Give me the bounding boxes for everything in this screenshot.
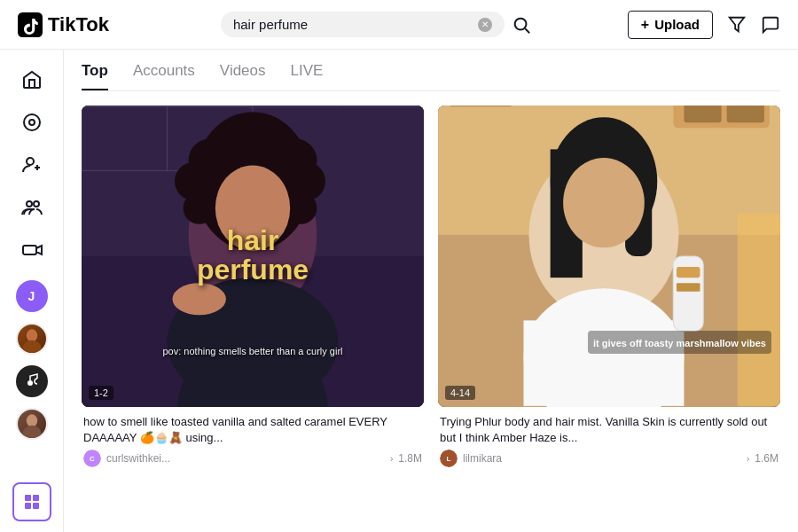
author-avatar-circle-2: L — [440, 450, 458, 467]
svg-rect-17 — [25, 495, 31, 501]
svg-point-16 — [22, 426, 41, 440]
svg-rect-50 — [727, 106, 764, 122]
upload-label: Upload — [654, 17, 700, 32]
friends-icon — [21, 197, 43, 218]
video-title-2: Trying Phlur body and hair mist. Vanilla… — [440, 414, 778, 446]
thumb1-text-hair: hair — [197, 226, 309, 254]
video-thumb-1: hair perfume pov: nothing smells better … — [82, 106, 424, 407]
svg-point-13 — [26, 329, 36, 341]
svg-point-33 — [184, 192, 215, 224]
follow-icon — [21, 154, 43, 176]
svg-line-2 — [525, 28, 529, 33]
live-icon — [21, 239, 43, 261]
filter-button[interactable] — [727, 15, 747, 35]
svg-point-6 — [27, 158, 34, 165]
svg-marker-12 — [36, 246, 42, 254]
thumb1-sub-text: pov: nothing smells better than a curly … — [98, 342, 406, 358]
sidebar-item-music[interactable] — [12, 362, 51, 401]
video-title-1: how to smell like toasted vanilla and sa… — [83, 414, 422, 446]
sidebar-item-user-2[interactable] — [12, 404, 51, 443]
svg-point-10 — [34, 201, 39, 207]
sidebar-item-explore[interactable] — [12, 103, 51, 142]
inbox-icon — [761, 15, 780, 35]
svg-rect-62 — [677, 283, 700, 292]
tab-bar: Top Accounts Videos LIVE — [82, 50, 780, 91]
tab-videos[interactable]: Videos — [220, 62, 266, 90]
views-1: 1.8M — [398, 452, 422, 465]
video-info-1: how to smell like toasted vanilla and sa… — [82, 414, 424, 467]
user-j-avatar: J — [16, 280, 48, 312]
tiktok-logo-icon — [18, 12, 43, 37]
thumb-bg-2 — [438, 106, 780, 407]
svg-rect-18 — [33, 495, 39, 501]
svg-rect-11 — [23, 246, 36, 254]
thumb1-badge: 1-2 — [89, 386, 113, 400]
author-avatar-circle-1: C — [83, 450, 101, 467]
grid-icon — [23, 493, 41, 511]
svg-point-9 — [27, 201, 32, 207]
explore-icon — [21, 112, 43, 133]
sidebar-item-follow[interactable] — [12, 145, 51, 184]
content-area: Top Accounts Videos LIVE — [64, 50, 798, 532]
sidebar-item-home[interactable] — [12, 60, 51, 99]
author-avatar-2: L — [440, 450, 458, 467]
arrow-icon-1: › — [390, 454, 393, 464]
header: TikTok ✕ + Upload — [0, 0, 798, 50]
svg-rect-20 — [33, 503, 39, 509]
search-input[interactable] — [233, 17, 471, 32]
sidebar-item-user-1[interactable] — [12, 319, 51, 358]
logo[interactable]: TikTok — [18, 12, 124, 37]
sidebar-item-friends[interactable] — [12, 188, 51, 227]
sidebar-item-bottom[interactable] — [12, 482, 51, 521]
svg-point-42 — [173, 283, 226, 315]
arrow-icon-2: › — [747, 454, 749, 464]
video-card-1[interactable]: hair perfume pov: nothing smells better … — [82, 106, 424, 467]
filter-icon — [727, 15, 747, 35]
svg-point-1 — [515, 18, 527, 29]
svg-rect-61 — [677, 267, 700, 278]
svg-rect-63 — [738, 214, 780, 406]
svg-rect-19 — [25, 503, 31, 509]
video-thumb-2: it gives off toasty marshmallow vibes 4-… — [438, 106, 780, 407]
thumb1-main-text-wrap: hair perfume — [197, 226, 309, 286]
svg-point-5 — [29, 120, 35, 125]
svg-marker-3 — [730, 17, 745, 31]
home-icon — [21, 69, 43, 90]
video-info-2: Trying Phlur body and hair mist. Vanilla… — [438, 414, 780, 467]
music-avatar — [16, 365, 48, 397]
search-input-wrap: ✕ — [221, 12, 505, 37]
video-meta-1: C curlswithkei... › 1.8M — [83, 450, 422, 467]
sidebar-item-live[interactable] — [12, 231, 51, 270]
search-clear-button[interactable]: ✕ — [478, 18, 492, 32]
search-submit-button[interactable] — [512, 15, 531, 35]
svg-point-39 — [231, 125, 270, 163]
svg-rect-51 — [449, 106, 512, 106]
video-card-2[interactable]: it gives off toasty marshmallow vibes 4-… — [438, 106, 780, 467]
tab-accounts[interactable]: Accounts — [133, 62, 195, 90]
svg-rect-49 — [684, 106, 721, 122]
thumb2-badge: 4-14 — [445, 386, 475, 400]
main-layout: J — [0, 50, 798, 532]
search-icon — [512, 15, 531, 35]
svg-point-57 — [563, 158, 645, 247]
author-name-2: lilmikara — [463, 452, 741, 465]
upload-plus-icon: + — [641, 17, 649, 33]
sidebar: J — [0, 50, 64, 532]
search-bar: ✕ — [124, 12, 628, 37]
author-avatar-1: C — [83, 450, 101, 467]
views-2: 1.6M — [755, 452, 778, 465]
sidebar-item-user-j[interactable]: J — [12, 277, 51, 316]
svg-point-14 — [22, 340, 41, 355]
video-grid: hair perfume pov: nothing smells better … — [82, 91, 780, 481]
thumb2-overlay-text: it gives off toasty marshmallow vibes — [588, 331, 771, 354]
header-actions: + Upload — [628, 11, 780, 39]
svg-point-4 — [24, 114, 40, 130]
tab-top[interactable]: Top — [82, 62, 108, 90]
user-1-avatar — [16, 323, 48, 355]
author-name-1: curlswithkei... — [106, 452, 385, 465]
user-2-avatar — [16, 408, 48, 440]
svg-point-15 — [26, 414, 36, 426]
inbox-button[interactable] — [761, 15, 780, 35]
upload-button[interactable]: + Upload — [628, 11, 713, 39]
tab-live[interactable]: LIVE — [291, 62, 324, 90]
